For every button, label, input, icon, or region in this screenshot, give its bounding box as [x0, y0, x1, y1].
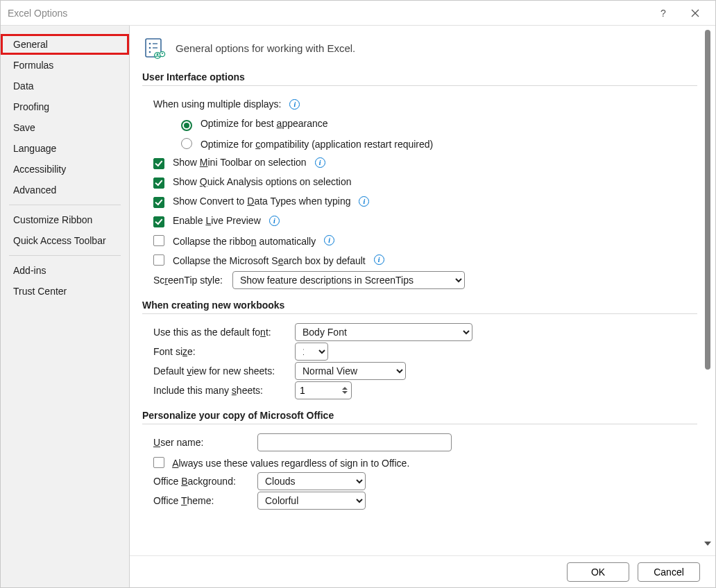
sidebar-item-accessibility[interactable]: Accessibility — [1, 159, 129, 180]
sidebar: GeneralFormulasDataProofingSaveLanguageA… — [1, 26, 130, 587]
sidebar-separator — [9, 205, 121, 205]
section-new-workbooks: When creating new workbooks — [142, 300, 697, 311]
cb-collapse-search[interactable]: Collapse the Microsoft Search box by def… — [153, 253, 366, 266]
titlebar: Excel Options ? — [1, 1, 715, 26]
info-icon[interactable] — [324, 235, 334, 245]
cancel-button[interactable]: Cancel — [638, 562, 700, 582]
default-view-label: Default view for new sheets: — [153, 365, 285, 377]
theme-label: Office Theme: — [153, 495, 248, 506]
section-personalize: Personalize your copy of Microsoft Offic… — [142, 410, 697, 421]
sidebar-item-quick-access-toolbar[interactable]: Quick Access Toolbar — [1, 230, 129, 251]
scrollbar-thumb[interactable] — [705, 30, 710, 370]
sheets-label: Include this many sheets: — [153, 385, 285, 396]
info-icon[interactable] — [374, 254, 384, 265]
default-font-label: Use this as the default font: — [153, 327, 285, 338]
window-title: Excel Options — [8, 8, 67, 19]
theme-select[interactable]: Colorful — [257, 492, 366, 510]
info-icon[interactable] — [289, 99, 300, 110]
help-button[interactable]: ? — [647, 3, 679, 24]
scroll-down-icon[interactable] — [704, 542, 711, 546]
svg-point-4 — [149, 47, 151, 49]
svg-point-9 — [157, 53, 159, 55]
radio-optimize-compat[interactable]: Optimize for compatibility (application … — [181, 137, 433, 150]
svg-point-3 — [149, 43, 151, 45]
vertical-scrollbar[interactable] — [703, 26, 713, 550]
cb-live-preview[interactable]: Enable Live Preview — [153, 215, 261, 226]
svg-point-5 — [149, 51, 151, 53]
font-size-select[interactable]: 11 — [295, 343, 328, 361]
cb-collapse-ribbon[interactable]: Collapse the ribbon automatically — [153, 234, 316, 247]
screentip-label: ScreenTip style: — [153, 275, 223, 286]
sidebar-item-customize-ribbon[interactable]: Customize Ribbon — [1, 209, 129, 230]
font-size-label: Font size: — [153, 346, 285, 357]
username-input[interactable] — [257, 433, 452, 451]
default-font-select[interactable]: Body Font — [295, 323, 472, 341]
sidebar-item-advanced[interactable]: Advanced — [1, 180, 129, 200]
dialog-footer: OK Cancel — [130, 555, 715, 587]
ok-button[interactable]: OK — [567, 562, 629, 582]
excel-options-window: Excel Options ? GeneralFormulasDataProof… — [0, 0, 716, 588]
cb-data-types[interactable]: Show Convert to Data Types when typing — [153, 196, 350, 207]
default-view-select[interactable]: Normal View — [295, 362, 406, 380]
screentip-select[interactable]: Show feature descriptions in ScreenTips — [232, 271, 465, 289]
info-icon[interactable] — [359, 196, 369, 207]
cb-mini-toolbar[interactable]: Show Mini Toolbar on selection — [153, 157, 307, 168]
info-icon[interactable] — [315, 157, 325, 168]
sidebar-item-data[interactable]: Data — [1, 76, 129, 96]
page-title: General options for working with Excel. — [176, 42, 355, 54]
sidebar-item-save[interactable]: Save — [1, 117, 129, 138]
sidebar-item-formulas[interactable]: Formulas — [1, 55, 129, 76]
info-icon[interactable] — [269, 216, 280, 226]
cb-quick-analysis[interactable]: Show Quick Analysis options on selection — [153, 176, 352, 187]
sheets-value[interactable] — [296, 385, 333, 396]
close-button[interactable] — [679, 3, 711, 24]
sidebar-separator — [9, 255, 121, 256]
background-select[interactable]: Clouds — [257, 472, 366, 490]
sidebar-item-trust-center[interactable]: Trust Center — [1, 281, 129, 302]
cb-always-use[interactable]: Always use these values regardless of si… — [153, 456, 409, 469]
section-ui-options: User Interface options — [142, 71, 697, 83]
username-label: User name: — [153, 437, 248, 448]
multi-displays-label: When using multiple displays: — [153, 98, 281, 110]
sidebar-item-general[interactable]: General — [1, 34, 129, 55]
sidebar-item-language[interactable]: Language — [1, 138, 129, 159]
close-icon — [691, 9, 699, 17]
sheets-spinner[interactable] — [295, 381, 352, 399]
background-label: Office Background: — [153, 476, 248, 487]
sidebar-item-add-ins[interactable]: Add-ins — [1, 260, 129, 281]
svg-point-11 — [162, 53, 163, 54]
general-header-icon — [142, 35, 167, 60]
sidebar-item-proofing[interactable]: Proofing — [1, 96, 129, 117]
content-pane: General options for working with Excel. … — [130, 26, 715, 555]
radio-optimize-appearance[interactable]: Optimize for best appearance — [181, 118, 328, 130]
